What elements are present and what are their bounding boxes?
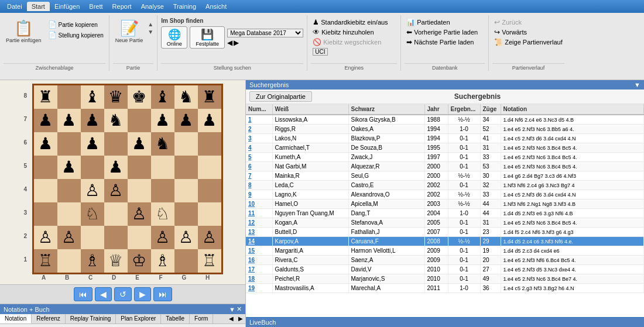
table-row[interactable]: 18 Peichel,R Marjanovic,S 2010 0-1 49 1.…: [246, 274, 644, 284]
square-c2[interactable]: [81, 226, 104, 249]
ribbon-up-arrow[interactable]: ▲: [148, 21, 153, 27]
cell-num[interactable]: 4: [246, 143, 272, 153]
festplatte-btn[interactable]: 💾 Festplatte: [190, 26, 225, 49]
ribbon-down-arrow[interactable]: ▼: [148, 29, 153, 35]
table-row[interactable]: 7 Mainka,R Seul,G 2000 ½-½ 30 1.e4 g6 2.…: [246, 171, 644, 181]
square-f7[interactable]: ♟: [151, 109, 174, 132]
cell-num[interactable]: 13: [246, 228, 272, 237]
vorherige-partie-btn[interactable]: ⬅ Vorherige Partie laden: [405, 27, 485, 37]
square-e6[interactable]: ♟: [128, 132, 151, 156]
square-a8[interactable]: ♜: [34, 85, 57, 109]
table-row[interactable]: 11 Nguyen Tran Quang,M Dang,T 2004 1-0 4…: [246, 209, 644, 218]
square-h4[interactable]: [198, 179, 221, 202]
col-notation[interactable]: Notation: [501, 104, 644, 115]
square-f3[interactable]: ♘: [151, 202, 174, 226]
square-e3[interactable]: ♙: [128, 202, 151, 226]
square-f8[interactable]: ♝: [151, 85, 174, 109]
kiebitz-wegschicken-btn[interactable]: 🚫 Kiebitz wegschicken: [311, 37, 397, 47]
square-h6[interactable]: [198, 132, 221, 156]
cell-num[interactable]: 6: [246, 162, 272, 171]
square-h1[interactable]: ♖: [198, 249, 221, 273]
tab-notation[interactable]: Notation: [0, 314, 32, 323]
square-h3[interactable]: [198, 202, 221, 226]
table-row[interactable]: 12 Kogan,A Stefanova,A 2005 0-1 31 1.e4 …: [246, 218, 644, 228]
cell-num[interactable]: 5: [246, 153, 272, 162]
zeige-partienverlauf-btn[interactable]: 📜 Zeige Partienverlauf: [492, 37, 564, 47]
square-a6[interactable]: ♟: [34, 132, 57, 156]
square-g3[interactable]: [174, 202, 198, 226]
square-a1[interactable]: ♖: [34, 249, 57, 273]
square-h2[interactable]: ♙: [198, 226, 221, 249]
cell-num[interactable]: 8: [246, 181, 272, 190]
square-b8[interactable]: [57, 85, 81, 109]
square-b2[interactable]: ♙: [57, 226, 81, 249]
square-h8[interactable]: ♜: [198, 85, 221, 109]
menu-ansicht[interactable]: Ansicht: [201, 2, 231, 11]
square-d5[interactable]: ♟: [104, 156, 128, 179]
cell-num[interactable]: 9: [246, 190, 272, 199]
square-f6[interactable]: ♞: [151, 132, 174, 156]
notation-panel-collapse-btn[interactable]: ▼: [229, 305, 235, 313]
table-row[interactable]: 9 Lagno,K Alexandrova,O 2002 ½-½ 33 1.e4…: [246, 190, 644, 199]
cell-num[interactable]: 16: [246, 256, 272, 265]
table-row[interactable]: 2 Riggs,R Oakes,A 1994 1-0 52 1.e4 e5 2.…: [246, 125, 644, 134]
tab-scroll-right[interactable]: ▶: [236, 314, 245, 323]
square-d6[interactable]: [104, 132, 128, 156]
chess-board[interactable]: ♜ ♝ ♛ ♚ ♝ ♞ ♜ ♟: [32, 84, 223, 274]
col-moves[interactable]: Züge: [480, 104, 501, 115]
cell-num[interactable]: 2: [246, 125, 272, 134]
cell-num[interactable]: 18: [246, 274, 272, 284]
kiebitz-ein-aus-btn[interactable]: ♟ Standardkiebitz ein/aus: [311, 18, 397, 27]
square-d3[interactable]: [104, 202, 128, 226]
square-f5[interactable]: [151, 156, 174, 179]
square-d2[interactable]: [104, 226, 128, 249]
nav-prev-btn[interactable]: ◀: [95, 287, 112, 301]
square-h5[interactable]: [198, 156, 221, 179]
tab-tabelle[interactable]: Tabelle: [161, 314, 190, 323]
square-g8[interactable]: ♞: [174, 85, 198, 109]
square-d7[interactable]: ♞: [104, 109, 128, 132]
square-d8[interactable]: ♛: [104, 85, 128, 109]
square-f4[interactable]: [151, 179, 174, 202]
square-g1[interactable]: [174, 249, 198, 273]
table-row[interactable]: 1 Lissowska,A Sikora Gizyska,B 1988 ½-½ …: [246, 115, 644, 125]
table-row[interactable]: 17 Galdunts,S David,V 2010 0-1 27 1.e4 e…: [246, 265, 644, 274]
results-table-container[interactable]: Num... Weiß Schwarz Jahr Ergebn... Züge …: [246, 104, 644, 317]
partiedaten-btn[interactable]: 📊 Partiedaten: [405, 18, 485, 27]
square-b1[interactable]: [57, 249, 81, 273]
square-e8[interactable]: ♚: [128, 85, 151, 109]
zurueck-btn[interactable]: ↩ Zurück: [492, 18, 564, 27]
square-h7[interactable]: ♟: [198, 109, 221, 132]
table-row[interactable]: 13 Buttell,D Fathallah,J 2007 0-1 23 1.d…: [246, 228, 644, 237]
col-year[interactable]: Jahr: [424, 104, 448, 115]
table-row[interactable]: 3 Lakos,N Blazkova,P 1994 0-1 41 1.e4 c5…: [246, 134, 644, 143]
square-b3[interactable]: [57, 202, 81, 226]
cell-num[interactable]: 14: [246, 237, 272, 246]
cell-num[interactable]: 10: [246, 199, 272, 209]
partie-kopieren-btn[interactable]: 📄 Partie kopieren: [46, 20, 105, 29]
partie-einfuegen-btn[interactable]: 📋 Partie einfügen: [4, 18, 44, 45]
square-g5[interactable]: [174, 156, 198, 179]
cell-num[interactable]: 3: [246, 134, 272, 143]
menu-report[interactable]: Report: [108, 2, 136, 11]
cell-num[interactable]: 11: [246, 209, 272, 218]
table-row[interactable]: 16 Rivera,C Saenz,A 2009 0-1 20 1.e4 e5 …: [246, 256, 644, 265]
square-c1[interactable]: ♗: [81, 249, 104, 273]
square-a7[interactable]: ♟: [34, 109, 57, 132]
square-b4[interactable]: [57, 179, 81, 202]
square-b7[interactable]: ♟: [57, 109, 81, 132]
db-arrow-prev[interactable]: ◀: [227, 39, 232, 47]
tab-referenz[interactable]: Referenz: [32, 314, 66, 323]
square-a3[interactable]: [34, 202, 57, 226]
vorwaerts-btn[interactable]: ↪ Vorwärts: [492, 27, 564, 37]
square-e4[interactable]: [128, 179, 151, 202]
cell-num[interactable]: 15: [246, 246, 272, 256]
nav-first-btn[interactable]: ⏮: [74, 287, 93, 301]
cell-num[interactable]: 12: [246, 218, 272, 228]
square-e1[interactable]: ♔: [128, 249, 151, 273]
tab-replay-training[interactable]: Replay Training: [66, 314, 116, 323]
square-c6[interactable]: ♟: [81, 132, 104, 156]
square-g2[interactable]: ♙: [174, 226, 198, 249]
menu-brett[interactable]: Brett: [84, 2, 107, 11]
col-white[interactable]: Weiß: [272, 104, 348, 115]
